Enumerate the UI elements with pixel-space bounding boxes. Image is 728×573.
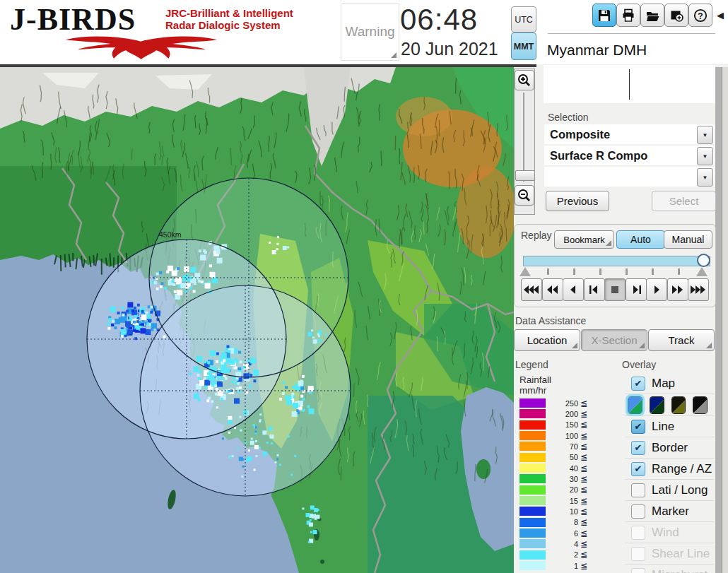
range-ring-label: 450km (159, 230, 182, 239)
legend-color-swatch (519, 453, 546, 462)
map-style-swatch-4[interactable] (693, 396, 708, 414)
track-button[interactable]: Track (648, 329, 715, 351)
dropdown-arrow-icon[interactable]: ▼ (697, 168, 713, 187)
slider-tick (573, 268, 575, 275)
playback-step-last-button[interactable] (626, 278, 647, 301)
checkbox (631, 568, 645, 573)
select-button[interactable]: Select (652, 191, 716, 211)
legend-compare-symbol: ≦ (580, 517, 587, 527)
legend-unit-line2: mm/hr (519, 385, 604, 396)
replay-slider-thumb[interactable] (697, 254, 710, 267)
location-button[interactable]: Location (514, 329, 580, 351)
data-assistance-label: Data Assistance (515, 315, 586, 326)
slider-start-marker[interactable] (519, 267, 531, 276)
legend-value: 70 (546, 442, 578, 451)
overlay-item-lati-long[interactable]: Lati / Long (625, 479, 715, 500)
print-icon (621, 8, 635, 23)
legend-compare-symbol: ≦ (580, 474, 587, 484)
slider-end-marker[interactable] (696, 267, 708, 276)
legend-compare-symbol: ≦ (580, 485, 587, 495)
stop-icon (606, 283, 623, 297)
zoom-in-button[interactable] (515, 70, 534, 90)
playback-rewind-button[interactable] (542, 278, 563, 301)
overlay-item-line[interactable]: ✔ Line (625, 415, 715, 437)
warning-button[interactable]: Warning (341, 3, 399, 61)
playback-reverse-play-button[interactable] (563, 278, 584, 301)
legend-value: 30 (546, 475, 578, 483)
bookmark-button[interactable]: Bookmark (554, 230, 614, 249)
map-style-swatch-1[interactable] (628, 396, 642, 414)
playback-step-first-button[interactable] (584, 278, 605, 301)
save-button[interactable] (592, 4, 616, 27)
checkbox[interactable]: ✔ (631, 420, 645, 434)
checkbox[interactable]: ✔ (631, 377, 645, 391)
overlay-item-label: Shear Line (652, 547, 710, 561)
legend-value: 8 (546, 518, 578, 526)
overlay-item-marker[interactable]: Marker (625, 500, 715, 521)
legend-compare-symbol: ≦ (580, 420, 587, 430)
previous-button[interactable]: Previous (546, 191, 609, 211)
panel-collapse-arrow[interactable]: ◀ (717, 10, 724, 20)
overlay-item-label: Map (652, 377, 675, 391)
product-dropdown-2[interactable]: Surface R Compo ▼ (544, 146, 715, 165)
legend-color-swatch (519, 474, 546, 483)
legend-row: 6 ≦ (519, 528, 604, 538)
zoom-out-icon (517, 188, 532, 203)
reverse-play-icon (565, 283, 582, 297)
help-button[interactable]: ? (688, 4, 712, 27)
overlay-item-map[interactable]: ✔ Map (625, 373, 715, 394)
zoom-out-button[interactable] (515, 185, 534, 206)
map-style-swatch-3[interactable] (671, 396, 686, 414)
app-logo-subtitle: JRC-Brilliant & Intelligent Radar Dialog… (165, 7, 293, 32)
open-folder-icon (645, 8, 659, 23)
legend-row: 8 ≦ (519, 517, 604, 528)
step-last-icon (628, 283, 645, 297)
legend-row: 4 ≦ (519, 538, 604, 549)
overlay-item-border[interactable]: ✔ Border (625, 437, 715, 458)
rewind-icon (544, 283, 561, 297)
clock-date: 20 Jun 2021 (401, 39, 498, 59)
playback-fast-forward-button[interactable] (667, 278, 688, 301)
radar-map-canvas[interactable]: 450km (0, 67, 514, 573)
playback-stop-button[interactable] (604, 278, 626, 301)
text-cursor (629, 69, 630, 100)
map-zoom-slider-groove (523, 93, 524, 182)
legend-row: 150 ≦ (519, 420, 604, 430)
checkbox[interactable]: ✔ (631, 462, 645, 476)
timezone-mmt-button[interactable]: MMT (511, 33, 536, 60)
dropdown-arrow-icon[interactable]: ▼ (697, 126, 713, 144)
product-dropdown-3[interactable]: ▼ (544, 167, 715, 187)
fast-forward-3-icon (690, 283, 707, 297)
replay-auto-button[interactable]: Auto (616, 230, 665, 249)
checkbox (631, 547, 645, 561)
overlay-item-label: Border (652, 441, 688, 455)
print-button[interactable] (616, 4, 640, 27)
overlay-item-label: Lati / Long (652, 483, 708, 497)
checkbox[interactable] (631, 504, 645, 519)
playback-play-button[interactable] (646, 278, 667, 301)
legend-value: 15 (546, 497, 578, 505)
overlay-item-range-az[interactable]: ✔ Range / AZ (625, 458, 715, 479)
replay-slider-track[interactable] (523, 256, 710, 266)
x-section-button[interactable]: X-Section (581, 329, 647, 351)
product-dropdown-1[interactable]: Composite ▼ (544, 124, 715, 144)
playback-fast-forward-3-button[interactable] (688, 278, 709, 301)
map-style-swatch-2[interactable] (650, 396, 664, 414)
playback-fast-rewind-button[interactable] (521, 278, 542, 301)
add-image-button[interactable] (664, 4, 688, 27)
add-image-icon (669, 8, 683, 23)
legend-value: 150 (546, 420, 578, 429)
legend-row: 15 ≦ (519, 495, 604, 506)
eagle-logo-icon (6, 33, 278, 59)
dropdown-arrow-icon[interactable]: ▼ (697, 147, 713, 165)
checkbox[interactable] (631, 483, 645, 497)
overlay-item-label: Marker (652, 504, 689, 519)
replay-manual-button[interactable]: Manual (664, 230, 712, 249)
open-folder-button[interactable] (640, 4, 664, 27)
radar-map[interactable]: 450km (0, 67, 514, 573)
map-zoom-slider-thumb[interactable] (515, 170, 535, 181)
legend-row: 70 ≦ (519, 441, 604, 451)
legend-row: 50 ≦ (519, 452, 604, 463)
timezone-utc-button[interactable]: UTC (511, 6, 536, 33)
checkbox[interactable]: ✔ (631, 441, 645, 455)
